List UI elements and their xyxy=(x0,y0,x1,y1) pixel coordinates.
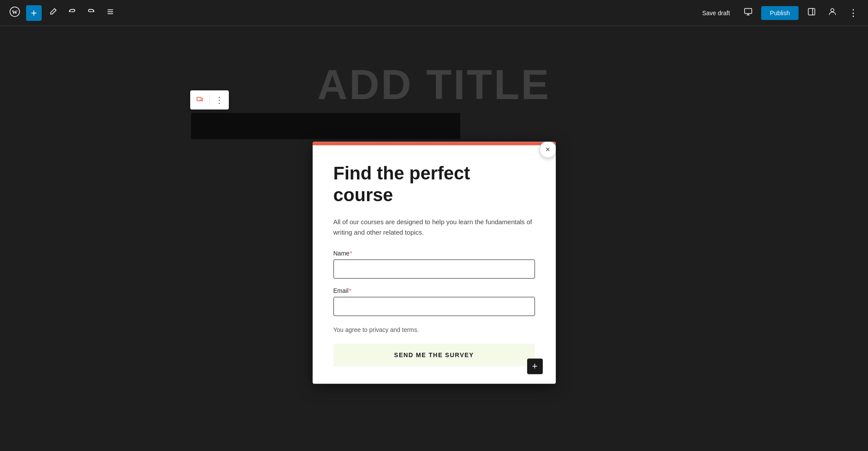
modal-overlay: × Find the perfect course All of our cou… xyxy=(0,26,868,451)
submit-wrapper: SEND ME THE SURVEY + xyxy=(333,344,535,366)
close-icon: × xyxy=(545,145,550,154)
publish-button[interactable]: Publish xyxy=(761,6,799,20)
wp-logo-icon: W xyxy=(10,7,20,19)
email-input[interactable] xyxy=(333,297,535,316)
list-view-button[interactable] xyxy=(102,5,118,21)
privacy-terms-text: You agree to privacy and terms. xyxy=(333,326,535,333)
add-block-button[interactable]: + xyxy=(26,5,42,21)
add-after-icon: + xyxy=(532,361,538,371)
email-label: Email* xyxy=(333,287,535,294)
popup-modal: × Find the perfect course All of our cou… xyxy=(313,142,556,384)
add-block-after-button[interactable]: + xyxy=(527,358,543,374)
redo-icon xyxy=(87,8,95,18)
redo-button[interactable] xyxy=(83,5,99,21)
svg-rect-8 xyxy=(809,9,815,15)
modal-heading: Find the perfect course xyxy=(333,162,535,206)
toolbar-left: W + xyxy=(7,5,697,21)
undo-icon xyxy=(68,8,76,18)
more-options-icon: ⋮ xyxy=(848,7,858,19)
submit-button[interactable]: SEND ME THE SURVEY xyxy=(333,344,535,366)
preview-button[interactable] xyxy=(740,5,756,21)
wp-logo-button[interactable]: W xyxy=(7,5,23,21)
email-required-indicator: * xyxy=(349,287,351,294)
modal-accent-bar xyxy=(313,142,556,145)
name-input[interactable] xyxy=(333,259,535,279)
sidebar-toggle-button[interactable] xyxy=(804,5,819,21)
list-view-icon xyxy=(106,8,114,18)
options-button[interactable]: ⋮ xyxy=(845,5,861,21)
user-avatar-button[interactable] xyxy=(825,5,840,21)
modal-body: Find the perfect course All of our cours… xyxy=(313,145,556,384)
svg-rect-5 xyxy=(745,9,752,14)
save-draft-button[interactable]: Save draft xyxy=(697,7,735,19)
monitor-icon xyxy=(744,7,752,18)
modal-description: All of our courses are designed to help … xyxy=(333,217,535,238)
name-label: Name* xyxy=(333,250,535,257)
edit-button[interactable] xyxy=(45,5,61,21)
main-toolbar: W + xyxy=(0,0,868,26)
toolbar-right: Save draft Publish xyxy=(697,5,861,21)
svg-text:W: W xyxy=(12,9,18,15)
add-icon: + xyxy=(31,8,37,18)
modal-close-button[interactable]: × xyxy=(539,142,556,158)
user-avatar-icon xyxy=(828,7,837,19)
undo-button[interactable] xyxy=(64,5,80,21)
sidebar-icon xyxy=(807,7,816,18)
editor-canvas: ADD TITLE ⋮ × Find xyxy=(0,26,868,451)
pencil-icon xyxy=(49,8,57,18)
svg-point-10 xyxy=(831,9,834,12)
name-required-indicator: * xyxy=(350,250,352,257)
